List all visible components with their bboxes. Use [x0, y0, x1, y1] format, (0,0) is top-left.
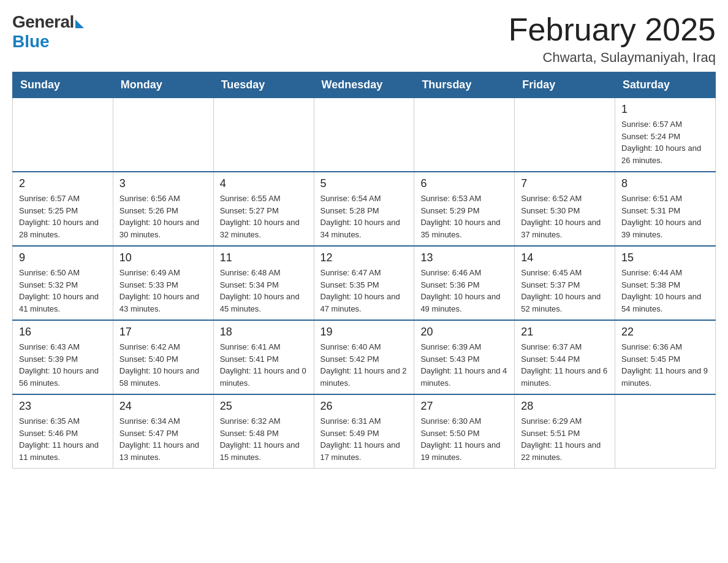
calendar-cell: [615, 394, 716, 469]
day-number: 19: [320, 326, 408, 339]
day-info: Sunrise: 6:54 AMSunset: 5:28 PMDaylight:…: [320, 193, 408, 240]
day-info: Sunrise: 6:47 AMSunset: 5:35 PMDaylight:…: [320, 267, 408, 315]
day-number: 4: [220, 177, 308, 190]
calendar-cell: 13Sunrise: 6:46 AMSunset: 5:36 PMDayligh…: [414, 246, 515, 320]
calendar-cell: [113, 98, 213, 172]
day-number: 21: [521, 326, 609, 339]
day-number: 22: [621, 326, 709, 339]
calendar-cell: 19Sunrise: 6:40 AMSunset: 5:42 PMDayligh…: [314, 320, 414, 394]
day-number: 23: [19, 400, 107, 413]
logo-arrow-icon: [75, 20, 84, 28]
calendar-cell: 4Sunrise: 6:55 AMSunset: 5:27 PMDaylight…: [213, 172, 314, 246]
day-number: 8: [621, 177, 709, 190]
day-number: 14: [521, 251, 609, 264]
calendar-cell: 23Sunrise: 6:35 AMSunset: 5:46 PMDayligh…: [13, 394, 113, 469]
header-sunday: Sunday: [13, 72, 113, 98]
day-number: 25: [220, 400, 308, 413]
calendar-cell: 20Sunrise: 6:39 AMSunset: 5:43 PMDayligh…: [414, 320, 515, 394]
calendar-cell: [13, 98, 113, 172]
calendar-cell: 18Sunrise: 6:41 AMSunset: 5:41 PMDayligh…: [213, 320, 314, 394]
day-number: 7: [521, 177, 609, 190]
day-number: 20: [420, 326, 508, 339]
header-wednesday: Wednesday: [314, 72, 414, 98]
day-info: Sunrise: 6:34 AMSunset: 5:47 PMDaylight:…: [119, 415, 207, 463]
day-info: Sunrise: 6:43 AMSunset: 5:39 PMDaylight:…: [19, 341, 107, 389]
day-info: Sunrise: 6:35 AMSunset: 5:46 PMDaylight:…: [19, 415, 107, 463]
day-info: Sunrise: 6:50 AMSunset: 5:32 PMDaylight:…: [19, 267, 107, 315]
day-info: Sunrise: 6:44 AMSunset: 5:38 PMDaylight:…: [621, 267, 709, 315]
calendar-cell: 22Sunrise: 6:36 AMSunset: 5:45 PMDayligh…: [615, 320, 716, 394]
calendar-cell: 7Sunrise: 6:52 AMSunset: 5:30 PMDaylight…: [515, 172, 615, 246]
day-info: Sunrise: 6:37 AMSunset: 5:44 PMDaylight:…: [521, 341, 609, 389]
day-info: Sunrise: 6:39 AMSunset: 5:43 PMDaylight:…: [420, 341, 508, 389]
month-title: February 2025: [509, 12, 716, 47]
header-tuesday: Tuesday: [213, 72, 314, 98]
day-number: 13: [420, 251, 508, 264]
day-info: Sunrise: 6:48 AMSunset: 5:34 PMDaylight:…: [220, 267, 308, 315]
calendar-cell: 9Sunrise: 6:50 AMSunset: 5:32 PMDaylight…: [13, 246, 113, 320]
logo-blue-text: Blue: [12, 32, 50, 52]
calendar-cell: 12Sunrise: 6:47 AMSunset: 5:35 PMDayligh…: [314, 246, 414, 320]
day-info: Sunrise: 6:36 AMSunset: 5:45 PMDaylight:…: [621, 341, 709, 389]
header-thursday: Thursday: [414, 72, 515, 98]
day-number: 24: [119, 400, 207, 413]
calendar-cell: 26Sunrise: 6:31 AMSunset: 5:49 PMDayligh…: [314, 394, 414, 469]
calendar-cell: 5Sunrise: 6:54 AMSunset: 5:28 PMDaylight…: [314, 172, 414, 246]
day-info: Sunrise: 6:52 AMSunset: 5:30 PMDaylight:…: [521, 193, 609, 240]
day-info: Sunrise: 6:45 AMSunset: 5:37 PMDaylight:…: [521, 267, 609, 315]
day-number: 5: [320, 177, 408, 190]
day-number: 17: [119, 326, 207, 339]
header-saturday: Saturday: [615, 72, 716, 98]
calendar-cell: 15Sunrise: 6:44 AMSunset: 5:38 PMDayligh…: [615, 246, 716, 320]
calendar-table: SundayMondayTuesdayWednesdayThursdayFrid…: [12, 72, 716, 469]
day-info: Sunrise: 6:40 AMSunset: 5:42 PMDaylight:…: [320, 341, 408, 389]
calendar-cell: 24Sunrise: 6:34 AMSunset: 5:47 PMDayligh…: [113, 394, 213, 469]
day-number: 18: [220, 326, 308, 339]
calendar-week-2: 2Sunrise: 6:57 AMSunset: 5:25 PMDaylight…: [13, 172, 716, 246]
day-number: 9: [19, 251, 107, 264]
calendar-cell: 10Sunrise: 6:49 AMSunset: 5:33 PMDayligh…: [113, 246, 213, 320]
calendar-cell: [213, 98, 314, 172]
logo-general-text: General: [12, 12, 74, 32]
day-info: Sunrise: 6:57 AMSunset: 5:24 PMDaylight:…: [621, 118, 709, 166]
day-info: Sunrise: 6:51 AMSunset: 5:31 PMDaylight:…: [621, 193, 709, 240]
day-info: Sunrise: 6:29 AMSunset: 5:51 PMDaylight:…: [521, 415, 609, 463]
calendar-cell: 11Sunrise: 6:48 AMSunset: 5:34 PMDayligh…: [213, 246, 314, 320]
day-number: 2: [19, 177, 107, 190]
calendar-cell: 6Sunrise: 6:53 AMSunset: 5:29 PMDaylight…: [414, 172, 515, 246]
calendar-cell: 27Sunrise: 6:30 AMSunset: 5:50 PMDayligh…: [414, 394, 515, 469]
day-info: Sunrise: 6:55 AMSunset: 5:27 PMDaylight:…: [220, 193, 308, 240]
calendar-cell: [314, 98, 414, 172]
day-info: Sunrise: 6:49 AMSunset: 5:33 PMDaylight:…: [119, 267, 207, 315]
day-number: 27: [420, 400, 508, 413]
calendar-cell: [414, 98, 515, 172]
day-number: 1: [621, 103, 709, 116]
day-number: 12: [320, 251, 408, 264]
day-info: Sunrise: 6:31 AMSunset: 5:49 PMDaylight:…: [320, 415, 408, 463]
day-info: Sunrise: 6:56 AMSunset: 5:26 PMDaylight:…: [119, 193, 207, 240]
calendar-week-5: 23Sunrise: 6:35 AMSunset: 5:46 PMDayligh…: [13, 394, 716, 469]
calendar-cell: 1Sunrise: 6:57 AMSunset: 5:24 PMDaylight…: [615, 98, 716, 172]
day-number: 16: [19, 326, 107, 339]
location-title: Chwarta, Sulaymaniyah, Iraq: [509, 50, 716, 66]
calendar-cell: 14Sunrise: 6:45 AMSunset: 5:37 PMDayligh…: [515, 246, 615, 320]
calendar-cell: 16Sunrise: 6:43 AMSunset: 5:39 PMDayligh…: [13, 320, 113, 394]
calendar-cell: 2Sunrise: 6:57 AMSunset: 5:25 PMDaylight…: [13, 172, 113, 246]
day-info: Sunrise: 6:32 AMSunset: 5:48 PMDaylight:…: [220, 415, 308, 463]
day-info: Sunrise: 6:46 AMSunset: 5:36 PMDaylight:…: [420, 267, 508, 315]
day-info: Sunrise: 6:57 AMSunset: 5:25 PMDaylight:…: [19, 193, 107, 240]
calendar-week-1: 1Sunrise: 6:57 AMSunset: 5:24 PMDaylight…: [13, 98, 716, 172]
calendar-cell: 17Sunrise: 6:42 AMSunset: 5:40 PMDayligh…: [113, 320, 213, 394]
calendar-cell: 28Sunrise: 6:29 AMSunset: 5:51 PMDayligh…: [515, 394, 615, 469]
day-number: 11: [220, 251, 308, 264]
calendar-cell: 21Sunrise: 6:37 AMSunset: 5:44 PMDayligh…: [515, 320, 615, 394]
day-number: 6: [420, 177, 508, 190]
calendar-header-row: SundayMondayTuesdayWednesdayThursdayFrid…: [13, 72, 716, 98]
page-header: General Blue February 2025 Chwarta, Sula…: [12, 12, 716, 66]
calendar-week-4: 16Sunrise: 6:43 AMSunset: 5:39 PMDayligh…: [13, 320, 716, 394]
calendar-week-3: 9Sunrise: 6:50 AMSunset: 5:32 PMDaylight…: [13, 246, 716, 320]
day-number: 28: [521, 400, 609, 413]
header-friday: Friday: [515, 72, 615, 98]
calendar-cell: 8Sunrise: 6:51 AMSunset: 5:31 PMDaylight…: [615, 172, 716, 246]
day-number: 10: [119, 251, 207, 264]
